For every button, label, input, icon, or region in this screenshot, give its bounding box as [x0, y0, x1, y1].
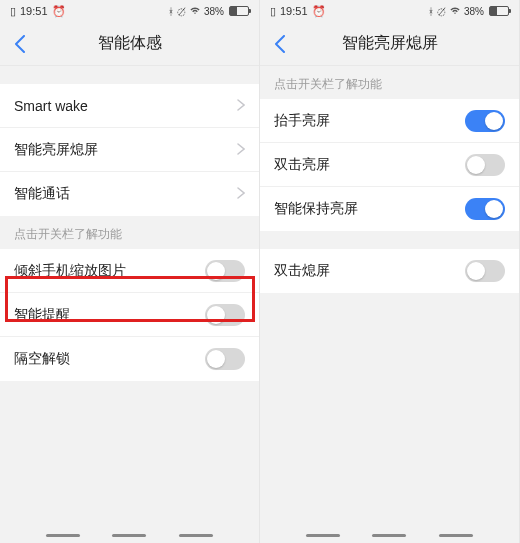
toggle-smart-remind[interactable] — [205, 304, 245, 326]
row-label: 双击亮屏 — [274, 156, 330, 174]
row-double-tap-off[interactable]: 双击熄屏 — [260, 249, 519, 293]
settings-group-2: 双击熄屏 — [260, 249, 519, 293]
row-label: Smart wake — [14, 98, 88, 114]
toggle-smart-keep-on[interactable] — [465, 198, 505, 220]
back-button[interactable] — [8, 32, 32, 56]
battery-icon-small: ▯ — [270, 5, 276, 18]
alarm-icon: ⏰ — [52, 5, 66, 18]
settings-group-1: 抬手亮屏 双击亮屏 智能保持亮屏 — [260, 99, 519, 231]
row-label: 双击熄屏 — [274, 262, 330, 280]
nav-key-home[interactable] — [112, 534, 146, 537]
nav-key-recent[interactable] — [439, 534, 473, 537]
battery-icon — [229, 6, 249, 16]
row-smart-screen[interactable]: 智能亮屏熄屏 — [0, 128, 259, 172]
row-label: 智能提醒 — [14, 306, 70, 324]
page-title: 智能体感 — [98, 33, 162, 54]
nav-key-back[interactable] — [306, 534, 340, 537]
toggle-double-tap-wake[interactable] — [465, 154, 505, 176]
row-smart-wake[interactable]: Smart wake — [0, 84, 259, 128]
chevron-left-icon — [14, 35, 26, 53]
row-smart-keep-on[interactable]: 智能保持亮屏 — [260, 187, 519, 231]
bluetooth-icon: ᚼ — [428, 6, 434, 17]
battery-icon-small: ▯ — [10, 5, 16, 18]
status-time: 19:51 — [280, 5, 308, 17]
nav-bar — [0, 534, 259, 537]
header: 智能体感 — [0, 22, 259, 66]
page-title: 智能亮屏熄屏 — [342, 33, 438, 54]
battery-icon — [489, 6, 509, 16]
settings-group-2: 倾斜手机缩放图片 智能提醒 隔空解锁 — [0, 249, 259, 381]
toggle-double-tap-off[interactable] — [465, 260, 505, 282]
nav-key-back[interactable] — [46, 534, 80, 537]
nav-key-home[interactable] — [372, 534, 406, 537]
row-double-tap-wake[interactable]: 双击亮屏 — [260, 143, 519, 187]
row-label: 隔空解锁 — [14, 350, 70, 368]
toggle-tilt-zoom[interactable] — [205, 260, 245, 282]
wifi-icon — [189, 5, 201, 17]
chevron-right-icon — [237, 185, 245, 203]
nav-key-recent[interactable] — [179, 534, 213, 537]
wifi-icon — [449, 5, 461, 17]
row-smart-remind[interactable]: 智能提醒 — [0, 293, 259, 337]
nav-bar — [260, 534, 519, 537]
row-air-unlock[interactable]: 隔空解锁 — [0, 337, 259, 381]
row-label: 智能通话 — [14, 185, 70, 203]
phone-left: ▯ 19:51 ⏰ ᚼ ◌̸ 38% 智能体感 Smart wake 智 — [0, 0, 260, 543]
section-hint: 点击开关栏了解功能 — [0, 216, 259, 249]
row-label: 倾斜手机缩放图片 — [14, 262, 126, 280]
bluetooth-icon: ᚼ — [168, 6, 174, 17]
chevron-right-icon — [237, 97, 245, 115]
chevron-left-icon — [274, 35, 286, 53]
row-label: 智能亮屏熄屏 — [14, 141, 98, 159]
status-time: 19:51 — [20, 5, 48, 17]
row-smart-call[interactable]: 智能通话 — [0, 172, 259, 216]
row-label: 抬手亮屏 — [274, 112, 330, 130]
mute-icon: ◌̸ — [177, 6, 186, 17]
row-label: 智能保持亮屏 — [274, 200, 358, 218]
row-raise-to-wake[interactable]: 抬手亮屏 — [260, 99, 519, 143]
phone-right: ▯ 19:51 ⏰ ᚼ ◌̸ 38% 智能亮屏熄屏 点击开关栏了解功能 抬手亮屏… — [260, 0, 520, 543]
chevron-right-icon — [237, 141, 245, 159]
alarm-icon: ⏰ — [312, 5, 326, 18]
toggle-air-unlock[interactable] — [205, 348, 245, 370]
status-bar: ▯ 19:51 ⏰ ᚼ ◌̸ 38% — [0, 0, 259, 22]
battery-percent: 38% — [204, 6, 224, 17]
status-bar: ▯ 19:51 ⏰ ᚼ ◌̸ 38% — [260, 0, 519, 22]
settings-group-1: Smart wake 智能亮屏熄屏 智能通话 — [0, 84, 259, 216]
row-tilt-zoom[interactable]: 倾斜手机缩放图片 — [0, 249, 259, 293]
header: 智能亮屏熄屏 — [260, 22, 519, 66]
battery-percent: 38% — [464, 6, 484, 17]
back-button[interactable] — [268, 32, 292, 56]
toggle-raise-to-wake[interactable] — [465, 110, 505, 132]
section-hint: 点击开关栏了解功能 — [260, 66, 519, 99]
mute-icon: ◌̸ — [437, 6, 446, 17]
